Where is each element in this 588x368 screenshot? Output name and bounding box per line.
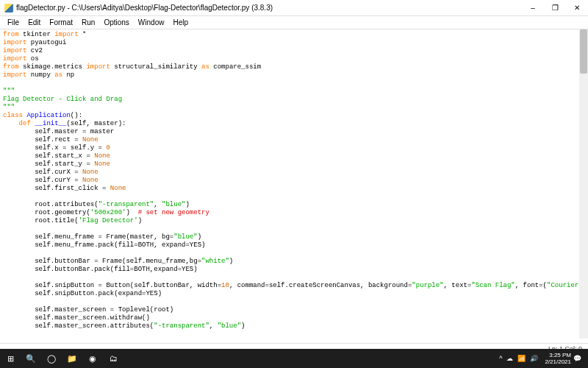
app-icon	[4, 4, 13, 13]
window-title: flagDetector.py - C:\Users\Aditya\Deskto…	[16, 4, 522, 12]
minimize-button[interactable]: –	[522, 0, 544, 16]
close-button[interactable]: ✕	[566, 0, 588, 16]
taskbar-clock[interactable]: 3:25 PM 2/21/2021	[545, 352, 571, 365]
clock-time: 3:25 PM	[545, 352, 571, 358]
taskbar-left: ⊞ 🔍 ◯ 📁 ◉ 🗂	[0, 350, 123, 367]
tray-wifi-icon[interactable]: 📶	[517, 355, 526, 362]
window-buttons: – ❐ ✕	[522, 0, 588, 16]
folder-icon[interactable]: 🗂	[104, 350, 122, 367]
cortana-icon[interactable]: ◯	[43, 350, 60, 367]
scrollbar-thumb[interactable]	[580, 29, 587, 74]
menu-edit[interactable]: Edit	[24, 17, 45, 28]
taskbar: ⊞ 🔍 ◯ 📁 ◉ 🗂 ^ ☁ 📶 🔊 3:25 PM 2/21/2021 💬	[0, 349, 588, 368]
clock-date: 2/21/2021	[545, 358, 571, 365]
tray-sound-icon[interactable]: 🔊	[530, 355, 538, 362]
menu-bar: File Edit Format Run Options Window Help	[0, 16, 588, 29]
menu-window[interactable]: Window	[134, 17, 169, 28]
code-content[interactable]: from tkinter import * import pyautogui i…	[0, 29, 588, 339]
chrome-icon[interactable]: ◉	[84, 350, 101, 367]
title-bar: flagDetector.py - C:\Users\Aditya\Deskto…	[0, 0, 588, 16]
code-editor[interactable]: from tkinter import * import pyautogui i…	[0, 29, 588, 339]
menu-file[interactable]: File	[3, 17, 24, 28]
menu-options[interactable]: Options	[99, 17, 133, 28]
menu-run[interactable]: Run	[77, 17, 99, 28]
system-tray: ^ ☁ 📶 🔊 3:25 PM 2/21/2021 💬	[497, 352, 588, 365]
start-button[interactable]: ⊞	[1, 350, 19, 367]
tray-notif-icon[interactable]: 💬	[573, 355, 581, 362]
menu-format[interactable]: Format	[45, 17, 77, 28]
search-icon[interactable]: 🔍	[22, 350, 40, 367]
vertical-scrollbar[interactable]	[579, 29, 588, 339]
menu-help[interactable]: Help	[168, 17, 193, 28]
tray-up-icon[interactable]: ^	[499, 355, 502, 362]
tray-cloud-icon[interactable]: ☁	[506, 355, 513, 362]
maximize-button[interactable]: ❐	[544, 0, 566, 16]
explorer-icon[interactable]: 📁	[63, 350, 81, 367]
